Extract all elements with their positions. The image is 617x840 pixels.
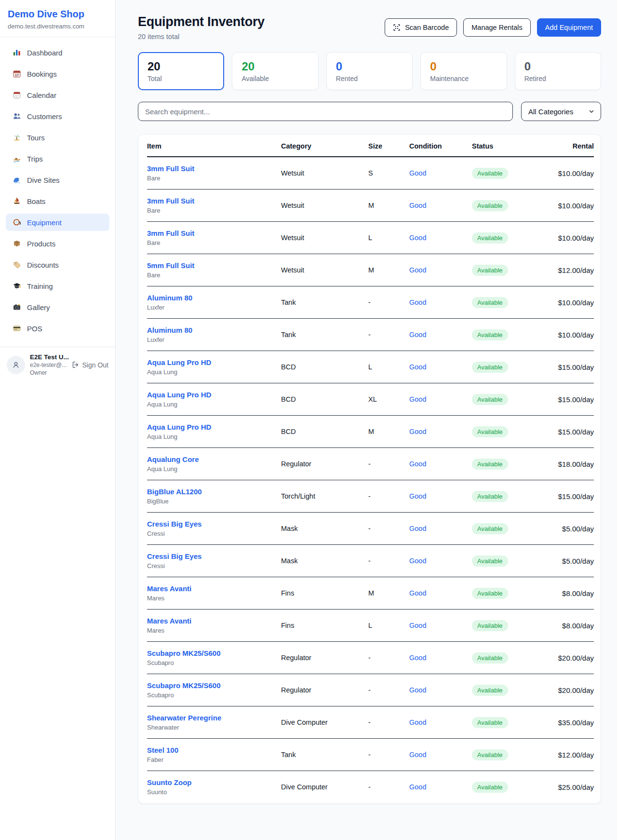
item-category: Fins bbox=[281, 589, 368, 597]
item-name-link[interactable]: Shearwater Peregrine bbox=[147, 714, 221, 722]
item-name-link[interactable]: Aluminum 80 bbox=[147, 326, 192, 334]
item-name-link[interactable]: Scubapro MK25/S600 bbox=[147, 681, 221, 690]
item-name-link[interactable]: Suunto Zoop bbox=[147, 778, 191, 786]
sidebar-item-pos[interactable]: POS bbox=[6, 320, 109, 337]
user-name: E2E Test U... bbox=[30, 353, 67, 361]
sidebar-item-label: Calendar bbox=[27, 91, 56, 99]
item-name-link[interactable]: Aluminum 80 bbox=[147, 294, 192, 302]
item-name-link[interactable]: Cressi Big Eyes bbox=[147, 552, 201, 560]
category-select[interactable]: All Categories bbox=[521, 102, 601, 121]
stat-label: Available bbox=[241, 75, 308, 82]
item-category: Tank bbox=[281, 331, 368, 339]
sidebar-item-products[interactable]: Products bbox=[6, 235, 109, 252]
stat-card-total[interactable]: 20 Total bbox=[138, 52, 224, 90]
item-name-link[interactable]: Mares Avanti bbox=[147, 584, 191, 593]
condition-link[interactable]: Good bbox=[409, 686, 426, 694]
condition-link[interactable]: Good bbox=[409, 783, 426, 791]
condition-link[interactable]: Good bbox=[409, 298, 426, 306]
stat-card-rented[interactable]: 0 Rented bbox=[326, 52, 413, 90]
item-size: - bbox=[368, 492, 409, 500]
item-category: Mask bbox=[281, 557, 368, 565]
bookings-calendar-icon: 17 bbox=[13, 69, 21, 78]
svg-text:17: 17 bbox=[15, 73, 19, 77]
item-name-link[interactable]: Steel 100 bbox=[147, 746, 178, 754]
sidebar-item-equipment[interactable]: Equipment bbox=[6, 214, 109, 231]
condition-link[interactable]: Good bbox=[409, 395, 426, 403]
table-row: Cressi Big Eyes Cressi Mask - Good Avail… bbox=[147, 545, 594, 577]
stat-label: Total bbox=[148, 75, 215, 82]
sidebar-item-bookings[interactable]: 17 Bookings bbox=[6, 65, 109, 82]
item-size: - bbox=[368, 331, 409, 339]
item-brand: Bare bbox=[147, 207, 281, 214]
sidebar-item-calendar[interactable]: Calendar bbox=[6, 86, 109, 104]
condition-link[interactable]: Good bbox=[409, 718, 426, 726]
condition-link[interactable]: Good bbox=[409, 363, 426, 371]
sidebar-item-dashboard[interactable]: Dashboard bbox=[6, 44, 109, 61]
scan-barcode-label: Scan Barcode bbox=[405, 24, 449, 31]
condition-link[interactable]: Good bbox=[409, 428, 426, 435]
condition-link[interactable]: Good bbox=[409, 654, 426, 662]
stat-card-retired[interactable]: 0 Retired bbox=[515, 52, 601, 90]
rental-price: $15.00/day bbox=[539, 395, 594, 404]
sidebar-item-tours[interactable]: Tours bbox=[6, 129, 109, 146]
item-name-link[interactable]: 3mm Full Suit bbox=[147, 229, 194, 237]
barcode-scan-icon bbox=[393, 24, 401, 31]
item-name-link[interactable]: Aqua Lung Pro HD bbox=[147, 391, 211, 399]
condition-link[interactable]: Good bbox=[409, 492, 426, 500]
condition-link[interactable]: Good bbox=[409, 622, 426, 629]
add-equipment-button[interactable]: Add Equipment bbox=[537, 18, 601, 37]
stat-value: 0 bbox=[336, 60, 403, 73]
item-name-link[interactable]: Cressi Big Eyes bbox=[147, 520, 201, 528]
item-brand: Suunto bbox=[147, 788, 281, 796]
stat-card-maintenance[interactable]: 0 Maintenance bbox=[420, 52, 507, 90]
condition-link[interactable]: Good bbox=[409, 460, 426, 468]
condition-link[interactable]: Good bbox=[409, 331, 426, 339]
item-name-link[interactable]: Aqua Lung Pro HD bbox=[147, 358, 211, 366]
item-name-link[interactable]: 3mm Full Suit bbox=[147, 164, 194, 173]
sidebar-item-training[interactable]: Training bbox=[6, 277, 109, 295]
sidebar-item-boats[interactable]: Boats bbox=[6, 192, 109, 210]
rental-price: $8.00/day bbox=[539, 589, 594, 597]
item-name-link[interactable]: 5mm Full Suit bbox=[147, 261, 194, 270]
status-badge: Available bbox=[472, 782, 508, 793]
sidebar-item-label: Training bbox=[27, 282, 53, 290]
sidebar-item-label: Trips bbox=[27, 155, 43, 163]
credit-card-icon bbox=[13, 324, 21, 333]
status-badge: Available bbox=[472, 523, 508, 534]
condition-link[interactable]: Good bbox=[409, 234, 426, 242]
scan-barcode-button[interactable]: Scan Barcode bbox=[385, 18, 457, 37]
rental-price: $10.00/day bbox=[539, 331, 594, 339]
item-name-link[interactable]: BigBlue AL1200 bbox=[147, 488, 202, 496]
stat-card-available[interactable]: 20 Available bbox=[232, 52, 318, 90]
condition-link[interactable]: Good bbox=[409, 751, 426, 759]
camera-icon bbox=[13, 303, 21, 312]
condition-link[interactable]: Good bbox=[409, 589, 426, 597]
sailboat-icon bbox=[13, 197, 21, 205]
condition-link[interactable]: Good bbox=[409, 525, 426, 532]
shop-name-link[interactable]: Demo Dive Shop bbox=[8, 9, 107, 20]
table-row: 3mm Full Suit Bare Wetsuit L Good Availa… bbox=[147, 222, 594, 254]
sidebar-item-trips[interactable]: Trips bbox=[6, 150, 109, 167]
sidebar-item-dive-sites[interactable]: Dive Sites bbox=[6, 171, 109, 189]
condition-link[interactable]: Good bbox=[409, 169, 426, 177]
manage-rentals-button[interactable]: Manage Rentals bbox=[463, 18, 531, 37]
table-row: Aluminum 80 Luxfer Tank - Good Available… bbox=[147, 319, 594, 351]
sidebar-item-customers[interactable]: Customers bbox=[6, 108, 109, 125]
condition-link[interactable]: Good bbox=[409, 202, 426, 209]
status-badge: Available bbox=[472, 555, 508, 567]
sidebar-item-gallery[interactable]: Gallery bbox=[6, 298, 109, 316]
item-name-link[interactable]: Scubapro MK25/S600 bbox=[147, 649, 221, 657]
item-name-link[interactable]: Aqualung Core bbox=[147, 455, 199, 463]
condition-link[interactable]: Good bbox=[409, 557, 426, 565]
search-input[interactable] bbox=[138, 102, 513, 121]
sign-out-button[interactable]: Sign Out bbox=[71, 361, 108, 369]
sidebar-item-label: Bookings bbox=[27, 70, 57, 78]
item-name-link[interactable]: 3mm Full Suit bbox=[147, 197, 194, 205]
condition-link[interactable]: Good bbox=[409, 266, 426, 274]
item-name-link[interactable]: Aqua Lung Pro HD bbox=[147, 423, 211, 431]
item-name-link[interactable]: Mares Avanti bbox=[147, 617, 191, 625]
sidebar-item-discounts[interactable]: Discounts bbox=[6, 256, 109, 273]
table-row: Scubapro MK25/S600 Scubapro Regulator - … bbox=[147, 642, 594, 674]
status-badge: Available bbox=[472, 394, 508, 405]
rental-price: $10.00/day bbox=[539, 298, 594, 307]
